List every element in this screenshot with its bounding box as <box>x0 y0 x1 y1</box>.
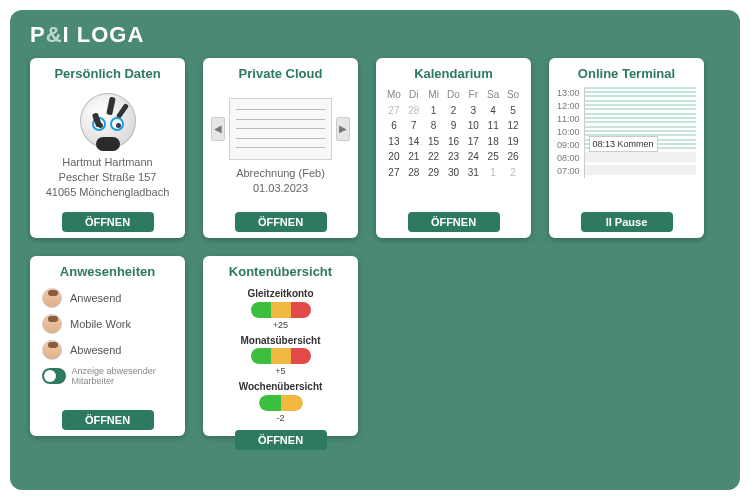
doc-title: Abrechnung (Feb) <box>236 166 325 181</box>
account-value: +5 <box>275 365 285 377</box>
cal-day-header: Do <box>444 87 464 103</box>
toggle-caption: Anzeige abwesender Mitarbeiter <box>72 366 173 387</box>
carousel-prev-icon[interactable]: ◀ <box>211 117 225 141</box>
hour-label: 10:00 <box>557 126 580 136</box>
hour-label: 09:00 <box>557 139 580 149</box>
hour-label: 08:00 <box>557 152 580 162</box>
tile-title: Anwesenheiten <box>38 264 177 279</box>
pause-button[interactable]: II Pause <box>581 212 673 232</box>
cal-day-cell[interactable]: 1 <box>424 103 444 119</box>
cal-day-header: Fr <box>463 87 483 103</box>
app-frame: P&I LOGA Persönlich Daten Hartmut Hartma… <box>10 10 740 490</box>
cal-day-header: Sa <box>483 87 503 103</box>
tile-calendar[interactable]: Kalendarium MoDiMiDoFrSaSo 2728123456789… <box>376 58 531 238</box>
cal-day-cell[interactable]: 10 <box>463 118 483 134</box>
tile-personal[interactable]: Persönlich Daten Hartmut Hartmann Pesche… <box>30 58 185 238</box>
hour-label: 07:00 <box>557 165 580 175</box>
avatar-icon <box>42 340 62 360</box>
traffic-light-icon <box>251 348 311 364</box>
cal-day-cell[interactable]: 27 <box>384 103 404 119</box>
tile-title: Persönlich Daten <box>38 66 177 81</box>
cal-day-cell[interactable]: 16 <box>444 134 464 150</box>
cal-day-cell[interactable]: 1 <box>483 165 503 181</box>
cal-day-cell[interactable]: 26 <box>503 149 523 165</box>
cal-day-header: Mi <box>424 87 444 103</box>
cal-day-cell[interactable]: 3 <box>463 103 483 119</box>
cal-day-header: Mo <box>384 87 404 103</box>
cal-day-cell[interactable]: 9 <box>444 118 464 134</box>
cal-day-cell[interactable]: 4 <box>483 103 503 119</box>
cal-day-cell[interactable]: 7 <box>404 118 424 134</box>
avatar-icon <box>42 314 62 334</box>
cal-day-cell[interactable]: 6 <box>384 118 404 134</box>
attendance-row: Mobile Work <box>42 311 173 337</box>
tile-title: Private Cloud <box>211 66 350 81</box>
cal-day-cell[interactable]: 11 <box>483 118 503 134</box>
cal-day-cell[interactable]: 21 <box>404 149 424 165</box>
avatar-icon <box>42 288 62 308</box>
account-label: Gleitzeitkonto <box>247 287 313 301</box>
cal-day-cell[interactable]: 22 <box>424 149 444 165</box>
tile-online-terminal[interactable]: Online Terminal 13:0012:0011:0010:0009:0… <box>549 58 704 238</box>
carousel-next-icon[interactable]: ▶ <box>336 117 350 141</box>
attendance-row: Anwesend <box>42 285 173 311</box>
traffic-light-icon <box>259 395 303 411</box>
cal-day-cell[interactable]: 2 <box>503 165 523 181</box>
account-value: -2 <box>276 412 284 424</box>
calendar-table: MoDiMiDoFrSaSo 2728123456789101112131415… <box>384 87 523 180</box>
cal-day-cell[interactable]: 28 <box>404 165 424 181</box>
cal-day-cell[interactable]: 29 <box>424 165 444 181</box>
tile-attendance[interactable]: Anwesenheiten Anwesend Mobile Work Abwes… <box>30 256 185 436</box>
account-label: Monatsübersicht <box>240 334 320 348</box>
cal-day-cell[interactable]: 18 <box>483 134 503 150</box>
user-street: Pescher Straße 157 <box>59 170 157 185</box>
tile-title: Kalendarium <box>384 66 523 81</box>
timeline: 13:0012:0011:0010:0009:0008:0007:00 08:1… <box>557 87 696 178</box>
account-label: Wochenübersicht <box>239 380 323 394</box>
cal-day-cell[interactable]: 2 <box>444 103 464 119</box>
account-value: +25 <box>273 319 288 331</box>
open-button[interactable]: ÖFFNEN <box>408 212 500 232</box>
cal-day-cell[interactable]: 31 <box>463 165 483 181</box>
cal-day-cell[interactable]: 8 <box>424 118 444 134</box>
attendance-row: Abwesend <box>42 337 173 363</box>
user-city: 41065 Mönchengladbach <box>46 185 170 200</box>
cal-day-cell[interactable]: 30 <box>444 165 464 181</box>
terminal-event-badge: 08:13 Kommen <box>589 136 658 152</box>
absent-toggle[interactable] <box>42 368 66 384</box>
cal-day-cell[interactable]: 14 <box>404 134 424 150</box>
cal-day-cell[interactable]: 13 <box>384 134 404 150</box>
cal-day-cell[interactable]: 12 <box>503 118 523 134</box>
cal-day-cell[interactable]: 25 <box>483 149 503 165</box>
cal-day-cell[interactable]: 24 <box>463 149 483 165</box>
open-button[interactable]: ÖFFNEN <box>62 212 154 232</box>
document-preview-icon <box>229 98 332 160</box>
tile-private-cloud[interactable]: Private Cloud ◀ ▶ Abrechnung (Feb) 01.03… <box>203 58 358 238</box>
zebra-avatar-icon <box>80 93 136 149</box>
cal-day-cell[interactable]: 15 <box>424 134 444 150</box>
cal-day-cell[interactable]: 23 <box>444 149 464 165</box>
app-logo: P&I LOGA <box>30 22 720 48</box>
cal-day-cell[interactable]: 20 <box>384 149 404 165</box>
doc-date: 01.03.2023 <box>253 181 308 196</box>
cal-day-header: So <box>503 87 523 103</box>
hour-label: 12:00 <box>557 100 580 110</box>
open-button[interactable]: ÖFFNEN <box>235 430 327 450</box>
hour-label: 11:00 <box>557 113 580 123</box>
cal-day-cell[interactable]: 17 <box>463 134 483 150</box>
open-button[interactable]: ÖFFNEN <box>235 212 327 232</box>
cal-day-cell[interactable]: 19 <box>503 134 523 150</box>
traffic-light-icon <box>251 302 311 318</box>
open-button[interactable]: ÖFFNEN <box>62 410 154 430</box>
cal-day-cell[interactable]: 27 <box>384 165 404 181</box>
tile-title: Online Terminal <box>557 66 696 81</box>
hour-label: 13:00 <box>557 87 580 97</box>
cal-day-cell[interactable]: 5 <box>503 103 523 119</box>
user-name: Hartmut Hartmann <box>62 155 152 170</box>
cal-day-header: Di <box>404 87 424 103</box>
tile-title: Kontenübersicht <box>211 264 350 279</box>
tiles-grid: Persönlich Daten Hartmut Hartmann Pesche… <box>30 58 720 436</box>
tile-accounts[interactable]: Kontenübersicht Gleitzeitkonto +25 Monat… <box>203 256 358 436</box>
cal-day-cell[interactable]: 28 <box>404 103 424 119</box>
